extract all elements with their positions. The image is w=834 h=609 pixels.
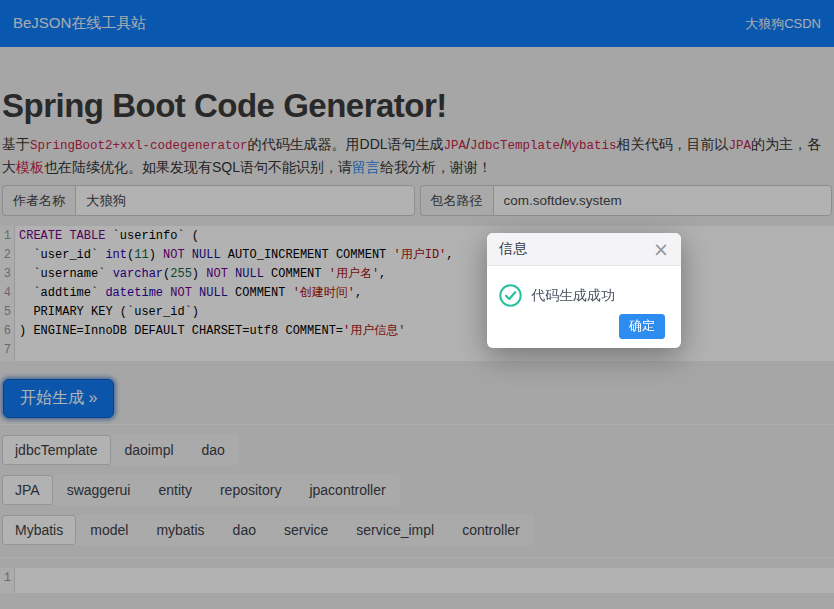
modal-title: 信息 [499, 240, 527, 258]
modal-backdrop [0, 0, 834, 609]
modal-header: 信息 × [487, 233, 681, 266]
close-icon[interactable]: × [653, 240, 669, 259]
modal-body: 代码生成成功 [487, 266, 681, 314]
message-modal: 信息 × 代码生成成功 确定 [487, 233, 681, 348]
modal-footer: 确定 [487, 314, 681, 348]
ok-button[interactable]: 确定 [619, 314, 665, 339]
modal-message: 代码生成成功 [531, 287, 615, 305]
success-check-circle-icon [499, 284, 522, 307]
